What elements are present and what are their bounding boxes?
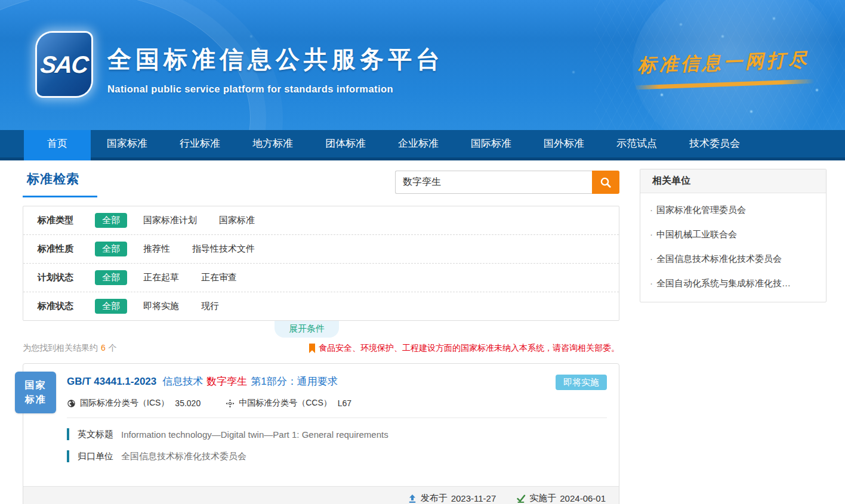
implement-label: 实施于 [529,493,556,504]
nav-tab-foreign-standards[interactable]: 国外标准 [528,130,600,157]
filter-option[interactable]: 国家标准计划 [143,215,197,226]
english-title-value: Information technology—Digital twin—Part… [121,429,388,440]
publish-label: 发布于 [421,493,448,504]
nav-tab-industry-standards[interactable]: 行业标准 [164,130,236,157]
bookmark-icon [309,344,315,353]
page-title: 标准检索 [27,171,97,187]
filter-label: 标准状态 [38,301,95,312]
sac-logo-text: SAC [39,51,89,78]
filter-row-standard-nature: 标准性质 全部 推荐性 指导性技术文件 [23,235,619,264]
related-unit-label: 全国自动化系统与集成标准化技… [656,278,791,288]
nav-tab-enterprise-standards[interactable]: 企业标准 [382,130,455,157]
ics-meta: 国际标准分类号（ICS） 35.020 [67,398,201,409]
results-count-suffix: 个 [109,343,117,353]
english-title-row: 英文标题 Information technology—Digital twin… [67,428,607,440]
search-button[interactable] [592,171,619,194]
ics-value: 35.020 [175,398,201,408]
card-footer: 发布于 2023-11-27 实施于 2024-06-01 [23,486,619,504]
ccs-value: L67 [338,398,351,408]
filter-panel-wrap: 标准类型 全部 国家标准计划 国家标准 标准性质 全部 推荐性 指导性技术文件 [23,206,619,321]
card-meta-row: 国际标准分类号（ICS） 35.020 [67,398,607,409]
search-input[interactable] [395,171,592,194]
filter-option[interactable]: 现行 [201,301,219,312]
content-area: 标准检索 标准类型 全部 [0,157,845,504]
related-unit-label: 全国信息技术标准化技术委员会 [656,253,782,264]
nav-tab-national-standards[interactable]: 国家标准 [91,130,164,157]
nav-tab-local-standards[interactable]: 地方标准 [236,130,309,157]
implement-date-item: 实施于 2024-06-01 [516,493,606,504]
nav-tab-technical-committees[interactable]: 技术委员会 [673,130,756,157]
compass-icon [226,399,239,408]
related-units-panel: 相关单位 ·国家标准化管理委员会 ·中国机械工业联合会 ·全国信息技术标准化技术… [640,169,827,302]
search-row: 标准检索 [23,171,619,197]
site-title-block: 全国标准信息公共服务平台 National public service pla… [107,43,444,95]
filter-option[interactable]: 正在审查 [201,272,237,283]
filter-all-button[interactable]: 全部 [95,242,127,256]
filter-options: 推荐性 指导性技术文件 [143,243,255,255]
filter-option[interactable]: 正在起草 [143,272,179,283]
filter-options: 国家标准计划 国家标准 [143,215,255,226]
filter-option[interactable]: 推荐性 [143,243,170,255]
standard-title-highlight: 数字孪生 [206,376,247,387]
card-body: GB/T 43441.1-2023信息技术数字孪生第1部分：通用要求 即将实施 [23,364,619,474]
filter-all-button[interactable]: 全部 [95,270,127,285]
implement-date: 2024-06-01 [560,493,606,503]
detail-bar-decoration [67,428,69,440]
filter-row-plan-status: 计划状态 全部 正在起草 正在审查 [23,264,619,292]
main-column: 标准检索 标准类型 全部 [23,157,619,504]
nav-tab-pilot-demos[interactable]: 示范试点 [600,130,673,157]
bullet: · [650,278,653,288]
filter-label: 标准性质 [38,243,95,255]
glow-dots-decoration [0,0,1,1]
ccs-label: 中国标准分类号（CCS） [239,398,332,409]
publish-icon [408,494,421,503]
committee-value: 全国信息技术标准化技术委员会 [121,451,246,462]
status-badge: 即将实施 [556,375,607,390]
nav-tab-international-standards[interactable]: 国际标准 [455,130,528,157]
card-divider [67,418,607,418]
filter-options: 即将实施 现行 [143,301,219,312]
filter-label: 标准类型 [38,215,95,226]
related-unit-link[interactable]: ·全国自动化系统与集成标准化技… [640,271,826,296]
related-unit-link[interactable]: ·国家标准化管理委员会 [640,198,826,222]
standard-title-part2: 第1部分：通用要求 [251,376,337,387]
filter-all-button[interactable]: 全部 [95,299,127,314]
related-unit-link[interactable]: ·全国信息技术标准化技术委员会 [640,247,826,271]
implement-check-icon [516,494,529,503]
filter-option[interactable]: 国家标准 [219,215,255,226]
english-title-label: 英文标题 [78,429,113,440]
filter-options: 正在起草 正在审查 [143,272,237,283]
publish-date-item: 发布于 2023-11-27 [408,493,496,504]
main-nav: 首页 国家标准 行业标准 地方标准 团体标准 企业标准 国际标准 国外标准 示范… [0,130,845,157]
section-title-block: 标准检索 [23,171,97,197]
publish-date: 2023-11-27 [451,493,496,503]
filter-label: 计划状态 [38,272,95,283]
sac-logo[interactable]: SAC [37,33,91,96]
standard-code: GB/T 43441.1-2023 [67,376,156,387]
related-units-title: 相关单位 [640,169,826,193]
standard-result-card: 国家 标准 GB/T 43441.1-2023信息技术数字孪生第1部分：通用要求… [23,363,619,504]
standard-title-link[interactable]: GB/T 43441.1-2023信息技术数字孪生第1部分：通用要求 [67,375,338,389]
results-row: 为您找到相关结果约6个 食品安全、环境保护、工程建设方面的国家标准未纳入本系统，… [23,343,619,354]
related-unit-label: 中国机械工业联合会 [656,229,737,239]
related-unit-label: 国家标准化管理委员会 [656,205,746,215]
card-title-row: GB/T 43441.1-2023信息技术数字孪生第1部分：通用要求 即将实施 [67,375,607,390]
badge-line2: 标准 [15,392,56,407]
related-unit-link[interactable]: ·中国机械工业联合会 [640,222,826,247]
site-subtitle: National public service platform for sta… [107,84,444,95]
ics-label: 国际标准分类号（ICS） [80,398,169,409]
filter-all-button[interactable]: 全部 [95,213,127,228]
filter-option[interactable]: 即将实施 [143,301,179,312]
site-header: SAC 全国标准信息公共服务平台 National public service… [0,0,845,130]
filter-option[interactable]: 指导性技术文件 [192,243,255,255]
bullet: · [650,205,653,215]
nav-tab-home[interactable]: 首页 [24,130,91,160]
notice-text: 食品安全、环境保护、工程建设方面的国家标准未纳入本系统，请咨询相关部委。 [319,343,619,354]
ccs-meta: 中国标准分类号（CCS） L67 [226,398,351,409]
badge-line1: 国家 [15,378,56,392]
filter-row-standard-status: 标准状态 全部 即将实施 现行 [23,292,619,320]
nav-tab-group-standards[interactable]: 团体标准 [309,130,382,157]
expand-conditions-button[interactable]: 展开条件 [275,321,339,338]
results-count-prefix: 为您找到相关结果约 [23,343,98,353]
sidebar-column: 相关单位 ·国家标准化管理委员会 ·中国机械工业联合会 ·全国信息技术标准化技术… [640,169,827,504]
